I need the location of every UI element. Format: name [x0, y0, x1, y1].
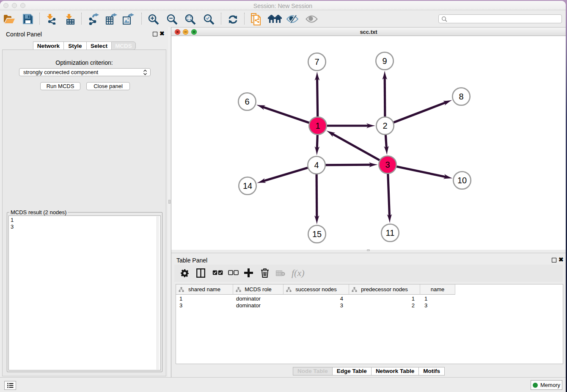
svg-text:8: 8 [459, 92, 463, 101]
svg-text:7: 7 [314, 57, 319, 66]
svg-text:9: 9 [382, 56, 387, 66]
svg-text:6: 6 [245, 97, 249, 106]
svg-text:1: 1 [315, 121, 320, 130]
svg-text:15: 15 [312, 229, 322, 239]
svg-text:3: 3 [385, 160, 390, 169]
svg-text:11: 11 [386, 228, 395, 237]
svg-text:14: 14 [243, 181, 252, 190]
svg-text:4: 4 [314, 160, 319, 170]
svg-text:2: 2 [383, 121, 387, 130]
svg-text:10: 10 [457, 176, 467, 185]
